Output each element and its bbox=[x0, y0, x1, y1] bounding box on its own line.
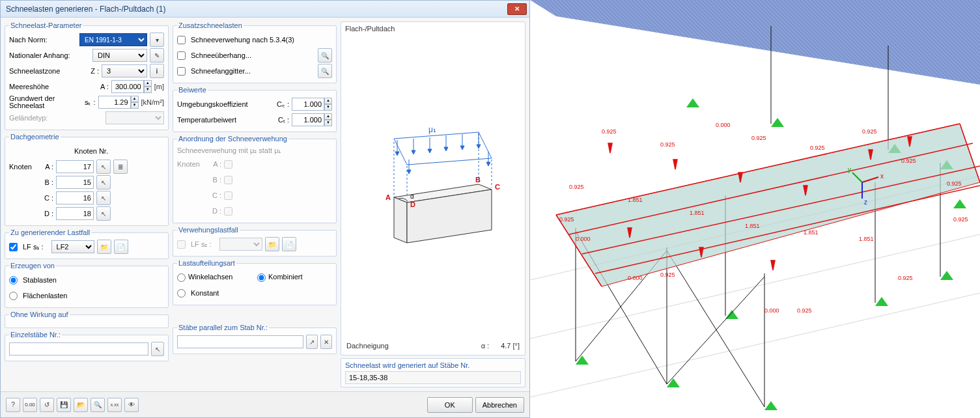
norm-dropdown-icon[interactable]: ▾ bbox=[150, 33, 164, 47]
spin-up-icon[interactable]: ▲ bbox=[131, 96, 139, 102]
group-title: Anordnung der Schneeverwehung bbox=[177, 135, 288, 143]
parallel-bars-input[interactable] bbox=[177, 335, 303, 348]
view-icon[interactable]: 👁 bbox=[124, 398, 139, 412]
split-comb-radio[interactable] bbox=[257, 273, 266, 282]
node-b-input[interactable] bbox=[56, 176, 94, 189]
na-edit-button[interactable]: ✎ bbox=[150, 48, 164, 63]
preview-icon[interactable]: 🔍 bbox=[91, 398, 105, 412]
ct-input[interactable] bbox=[292, 113, 324, 126]
lf-edit-icon[interactable]: 📄 bbox=[114, 240, 128, 254]
help-icon[interactable]: ? bbox=[6, 398, 20, 412]
pick-bars-icon[interactable]: ↖ bbox=[151, 342, 164, 356]
title-text: Schneelasten generieren - Flach-/Pultdac… bbox=[6, 5, 507, 14]
units-icon[interactable]: 0.00 bbox=[23, 398, 37, 412]
single-bars-input[interactable] bbox=[9, 342, 148, 355]
load-value: 0.925 bbox=[953, 216, 968, 223]
ok-button[interactable]: OK bbox=[427, 397, 473, 413]
ct-spinner[interactable]: ▲▼ bbox=[292, 113, 332, 126]
overhang-checkbox[interactable] bbox=[177, 51, 186, 60]
lf1-checkbox[interactable] bbox=[9, 243, 18, 251]
split-angle-radio[interactable] bbox=[177, 273, 186, 282]
node-d-input[interactable] bbox=[56, 207, 94, 220]
corner-c: C bbox=[495, 183, 500, 191]
svg-marker-16 bbox=[407, 170, 411, 174]
sk-spinner[interactable]: ▲▼ bbox=[98, 96, 139, 109]
close-button[interactable]: ✕ bbox=[507, 3, 527, 15]
guard-details-icon[interactable]: 🔍 bbox=[318, 64, 332, 78]
svg-marker-62 bbox=[673, 160, 677, 169]
ct-sym: Cₜ : bbox=[278, 116, 289, 124]
ce-spinner[interactable]: ▲▼ bbox=[292, 98, 332, 111]
norm-select[interactable]: EN 1991-1-3 bbox=[79, 33, 147, 46]
overhang-details-icon[interactable]: 🔍 bbox=[318, 48, 332, 63]
pick-parallel-icon[interactable]: ↗ bbox=[306, 335, 318, 349]
zone-select[interactable]: 3 bbox=[102, 64, 147, 77]
preview-title: Flach-/Pultdach bbox=[341, 22, 525, 35]
group-split: Lastaufteilungsart Winkelachsen Kombinie… bbox=[173, 259, 337, 305]
ce-label: Umgebungskoeffizient bbox=[177, 100, 248, 108]
split-const-radio[interactable] bbox=[177, 289, 186, 298]
terrain-label: Geländetyp: bbox=[9, 114, 48, 122]
corner-a: A bbox=[385, 193, 391, 201]
group-drift-arrange: Anordnung der Schneeverwehung Schneeverw… bbox=[173, 135, 337, 223]
model-canvas: 0.925 0.925 0.000 0.925 0.925 0.925 0.92… bbox=[530, 0, 980, 418]
load-icon[interactable]: 📂 bbox=[74, 398, 88, 412]
split-comb-label: Kombiniert bbox=[268, 273, 303, 281]
node-b-sym: B : bbox=[40, 178, 53, 186]
node-c-input[interactable] bbox=[56, 191, 94, 204]
default-icon[interactable]: ↺ bbox=[40, 398, 54, 412]
group-title: Dachgeometrie bbox=[9, 133, 61, 141]
gen-bar-radio[interactable] bbox=[9, 276, 18, 285]
spin-down-icon[interactable]: ▼ bbox=[324, 104, 332, 111]
load-value: 0.925 bbox=[660, 272, 675, 278]
pick-node-icon[interactable]: ↖ bbox=[96, 160, 111, 174]
spin-down-icon[interactable]: ▼ bbox=[324, 120, 332, 126]
save-icon[interactable]: 💾 bbox=[57, 398, 71, 412]
pick-node-icon[interactable]: ↖ bbox=[96, 206, 111, 221]
precision-icon[interactable]: x.xx bbox=[107, 398, 122, 412]
na-select[interactable]: DIN bbox=[92, 49, 147, 62]
ce-input[interactable] bbox=[292, 98, 324, 111]
spin-up-icon[interactable]: ▲ bbox=[144, 80, 152, 87]
model-viewport[interactable]: 0.925 0.925 0.000 0.925 0.925 0.925 0.92… bbox=[530, 0, 980, 418]
lf2-edit-icon[interactable]: 📄 bbox=[282, 237, 296, 251]
spin-up-icon[interactable]: ▲ bbox=[324, 98, 332, 104]
roof-diagram: μ₁ bbox=[358, 113, 508, 262]
sk-input[interactable] bbox=[98, 96, 131, 109]
drift-a-checkbox bbox=[224, 160, 232, 169]
cancel-button[interactable]: Abbrechen bbox=[475, 397, 524, 413]
pick-node-icon[interactable]: ↖ bbox=[96, 175, 111, 189]
node-c-sym: C : bbox=[40, 194, 53, 202]
lf2-new-icon[interactable]: 📁 bbox=[265, 237, 279, 251]
spin-down-icon[interactable]: ▼ bbox=[131, 102, 139, 109]
snow-load-dialog: Schneelasten generieren - Flach-/Pultdac… bbox=[0, 0, 530, 418]
ct-label: Temperaturbeiwert bbox=[177, 116, 236, 124]
pick-node-icon[interactable]: ↖ bbox=[96, 191, 111, 205]
lf-new-icon[interactable]: 📁 bbox=[97, 240, 111, 254]
guard-checkbox[interactable] bbox=[177, 67, 186, 76]
svg-marker-39 bbox=[686, 98, 699, 107]
zone-info-button[interactable]: i bbox=[150, 64, 164, 78]
group-geometry: Dachgeometrie Knoten Nr. Knoten A : ↖ ≣ … bbox=[5, 133, 169, 226]
svg-line-53 bbox=[667, 251, 764, 407]
sk-unit: [kN/m²] bbox=[141, 98, 164, 106]
gen-area-radio[interactable] bbox=[9, 292, 18, 300]
sk-symbol: sₖ : bbox=[85, 98, 96, 107]
node-d-sym: D : bbox=[40, 210, 53, 217]
spin-down-icon[interactable]: ▼ bbox=[144, 87, 152, 93]
terrain-select bbox=[105, 111, 164, 124]
node-a-input[interactable] bbox=[56, 160, 94, 173]
lf1-select[interactable]: LF2 bbox=[51, 240, 94, 253]
height-spinner[interactable]: ▲▼ bbox=[111, 80, 152, 93]
load-value: 0.925 bbox=[898, 275, 913, 281]
pick-list-icon[interactable]: ≣ bbox=[113, 160, 128, 174]
lf2-select bbox=[219, 238, 262, 251]
drift-534-label: Schneeverwehung nach 5.3.4(3) bbox=[191, 36, 294, 44]
titlebar: Schneelasten generieren - Flach-/Pultdac… bbox=[1, 1, 529, 18]
svg-marker-35 bbox=[875, 297, 888, 306]
height-input[interactable] bbox=[111, 80, 144, 93]
svg-marker-61 bbox=[608, 143, 612, 153]
spin-up-icon[interactable]: ▲ bbox=[324, 113, 332, 120]
drift-534-checkbox[interactable] bbox=[177, 36, 186, 44]
clear-parallel-icon[interactable]: ✕ bbox=[320, 335, 332, 349]
